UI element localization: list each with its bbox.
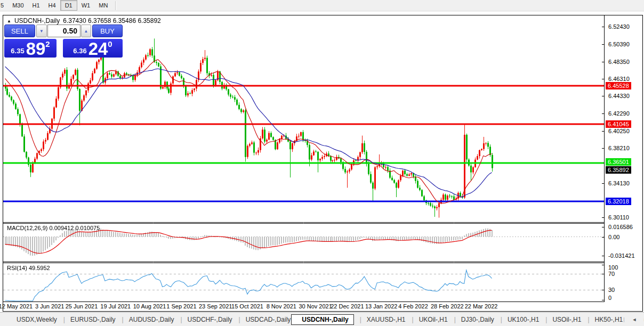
toolbar-separator <box>115 1 116 10</box>
price-axis-tick: 6.52430 <box>608 23 630 30</box>
price-axis-tick: 6.30110 <box>608 214 629 221</box>
arrow-down-icon: ▼ <box>39 29 44 34</box>
buy-price-sup: 0 <box>108 39 112 48</box>
chart-window: ▲ USDCNH-,Daily 6.37430 6.37658 6.35486 … <box>3 15 643 312</box>
sell-button[interactable]: SELL <box>4 25 35 37</box>
tab-eurusd-daily[interactable]: EURUSD-,Daily <box>58 315 116 324</box>
price-axis-tick: 0.00 <box>608 234 619 240</box>
price-line-label: 6.36501 <box>606 158 631 166</box>
tab-usdcad-daily[interactable]: USDCAD-,Daily <box>233 315 292 324</box>
tab-xauusd-h1[interactable]: XAUUSD-,H1 <box>354 315 406 324</box>
buy-price-display[interactable]: 6.36 24 0 <box>63 39 123 58</box>
chart-tabs: USDX,WeeklyEURUSD-,DailyAUDUSD-,DailyUSD… <box>16 314 623 325</box>
price-axis-tick: 6.38210 <box>608 145 630 151</box>
tab-usoil-h1[interactable]: USOil-,H1 <box>540 315 582 324</box>
price-axis-tick: -0.031421 <box>608 252 635 259</box>
price-axis-tick: 30 <box>608 287 615 293</box>
timeframe-button-group: 5M30H1H4D1W1MN <box>0 0 112 11</box>
price-axis-tick: 0 <box>608 295 611 301</box>
price-line-label: 6.32018 <box>606 198 631 205</box>
chart-tab-bar: USDX,WeeklyEURUSD-,DailyAUDUSD-,DailyUSD… <box>0 312 644 326</box>
timeframe-toolbar: 5M30H1H4D1W1MN <box>0 0 644 11</box>
collapse-trade-panel-icon[interactable]: ▲ <box>7 19 11 23</box>
price-line-label: 6.45528 <box>606 82 631 89</box>
price-line-label: 6.35892 <box>606 166 631 174</box>
sell-price-big: 89 <box>26 40 46 58</box>
chart-ohlc-values: 6.37430 6.37658 6.35486 6.35892 <box>63 17 161 25</box>
price-line-label: 6.41045 <box>606 120 631 128</box>
buy-price-big: 24 <box>88 40 108 58</box>
price-axis-tick: 6.48350 <box>608 59 630 65</box>
timeframe-button-m30[interactable]: M30 <box>8 0 28 11</box>
tab-usdchf-daily[interactable]: USDCHF-,Daily <box>174 315 232 324</box>
rsi-indicator-label: RSI(14) 49.5952 <box>7 265 50 271</box>
timeframe-button-h4[interactable]: H4 <box>44 0 60 11</box>
price-axis-tick: 6.40250 <box>608 128 630 134</box>
tab-usdx-weekly[interactable]: USDX,Weekly <box>16 315 58 324</box>
volume-increase-button[interactable]: ▲ <box>81 25 91 37</box>
time-axis-label: 22 Mar 2022 <box>457 303 505 309</box>
tab-scroll-left-icon[interactable]: ◄ <box>632 317 637 322</box>
volume-decrease-button[interactable]: ▼ <box>36 25 47 37</box>
price-axis-tick: 6.42290 <box>608 110 630 117</box>
price-axis-tick: 70 <box>608 271 615 277</box>
volume-input[interactable]: 0.50 <box>47 25 80 37</box>
arrow-up-icon: ▲ <box>84 29 88 34</box>
chart-symbol-title: USDCNH-,Daily <box>14 17 60 25</box>
tab-uk100-h1[interactable]: UK100-,H1 <box>495 315 540 324</box>
chart-ohlc-row: ▲ USDCNH-,Daily 6.37430 6.37658 6.35486 … <box>7 17 161 25</box>
timeframe-button-5[interactable]: 5 <box>0 0 8 11</box>
tab-ukoil-h1[interactable]: UKOil-,H1 <box>406 315 448 324</box>
one-click-trade-panel: SELL ▼ 0.50 ▲ BUY 6.35 89 2 6.36 24 0 <box>4 25 123 58</box>
price-axis-tick: 100 <box>608 264 618 271</box>
sell-price-display[interactable]: 6.35 89 2 <box>4 39 57 58</box>
price-axis-tick: 6.34130 <box>608 180 630 186</box>
buy-button[interactable]: BUY <box>92 25 123 37</box>
price-axis-tick: 6.46310 <box>608 76 630 82</box>
price-axis-tick: 6.50390 <box>608 41 630 47</box>
tab-usdcnh-daily[interactable]: USDCNH-,Daily <box>291 314 353 325</box>
timeframe-button-mn[interactable]: MN <box>94 0 112 11</box>
tab-scroll-arrows: ◄ ► <box>623 317 644 322</box>
price-axis-tick: 0.016586 <box>608 224 633 230</box>
sell-price-small: 6.35 <box>11 47 24 58</box>
sell-price-sup: 2 <box>45 39 50 48</box>
timeframe-button-h1[interactable]: H1 <box>28 0 44 11</box>
macd-indicator-label: MACD(12,26,9) 0.009412 0.010075 <box>7 225 100 231</box>
tab-dj30-daily[interactable]: DJ30-,Daily <box>448 315 495 324</box>
timeframe-button-w1[interactable]: W1 <box>77 0 95 11</box>
price-axis-tick: 6.44330 <box>608 93 630 99</box>
tab-hk50-h1[interactable]: HK50-,H1 <box>582 315 623 324</box>
buy-price-small: 6.36 <box>73 47 86 58</box>
tab-audusd-daily[interactable]: AUDUSD-,Daily <box>116 315 175 324</box>
timeframe-button-d1[interactable]: D1 <box>60 0 77 11</box>
